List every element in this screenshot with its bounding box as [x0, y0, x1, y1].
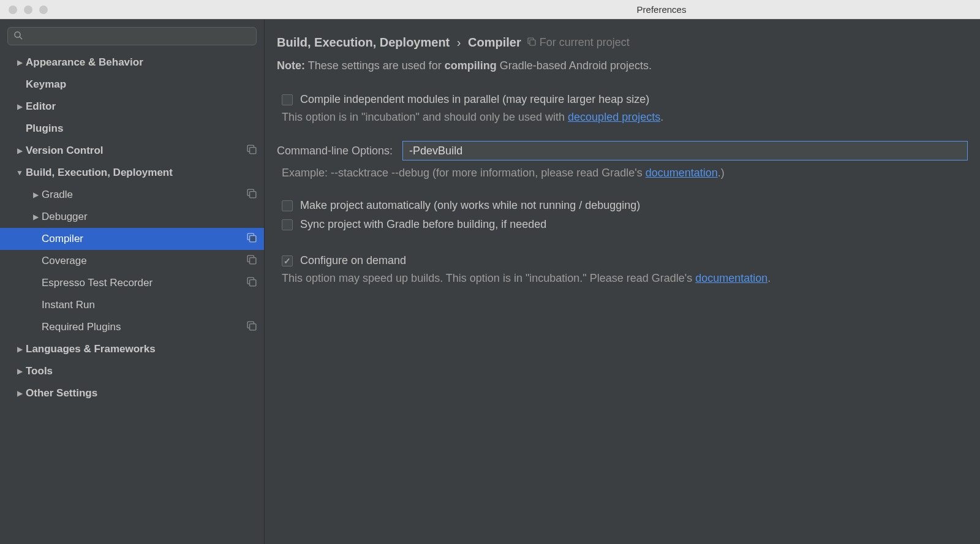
svg-rect-5 [250, 192, 256, 198]
sidebar-item-debugger[interactable]: ▶Debugger [0, 206, 264, 228]
sidebar: ▶Appearance & BehaviorKeymap▶EditorPlugi… [0, 20, 265, 544]
cmdline-example: Example: --stacktrace --debug (for more … [277, 167, 968, 179]
sidebar-item-plugins[interactable]: Plugins [0, 118, 264, 140]
titlebar: Preferences [0, 0, 980, 20]
compile-parallel-checkbox[interactable] [282, 94, 293, 105]
configure-on-demand-checkbox[interactable] [282, 255, 293, 266]
cmdline-options-input[interactable] [402, 141, 968, 161]
svg-rect-3 [250, 148, 256, 154]
sidebar-item-label: Plugins [26, 123, 257, 135]
cmdline-options-label: Command-line Options: [277, 145, 393, 157]
svg-rect-13 [250, 324, 256, 330]
window-close-button[interactable] [9, 6, 17, 14]
sidebar-item-label: Debugger [42, 211, 257, 223]
sidebar-item-required-plugins[interactable]: Required Plugins [0, 316, 264, 338]
gradle-doc-link-2[interactable]: documentation [695, 272, 767, 284]
breadcrumb-separator: › [457, 36, 461, 49]
sidebar-item-gradle[interactable]: ▶Gradle [0, 184, 264, 206]
tree-arrow-icon: ▶ [13, 58, 26, 67]
tree-arrow-icon: ▶ [13, 389, 26, 398]
note-line: Note: These settings are used for compil… [277, 59, 968, 72]
sidebar-item-label: Espresso Test Recorder [42, 277, 247, 289]
sidebar-item-espresso-test-recorder[interactable]: Espresso Test Recorder [0, 272, 264, 294]
sidebar-item-languages-frameworks[interactable]: ▶Languages & Frameworks [0, 338, 264, 360]
sidebar-item-label: Coverage [42, 255, 247, 267]
compile-parallel-label: Compile independent modules in parallel … [300, 93, 649, 106]
window-title: Preferences [172, 4, 980, 15]
project-scope-icon [247, 321, 257, 333]
sidebar-item-label: Gradle [42, 189, 247, 201]
window-minimize-button[interactable] [24, 6, 32, 14]
sidebar-item-label: Tools [26, 365, 257, 377]
configure-on-demand-label: Configure on demand [300, 254, 406, 267]
project-scope-icon [247, 255, 257, 267]
sidebar-item-label: Languages & Frameworks [26, 343, 257, 355]
tree-arrow-icon: ▶ [13, 146, 26, 155]
tree-arrow-icon: ▼ [13, 168, 26, 177]
svg-rect-11 [250, 280, 256, 286]
project-scope-icon [247, 189, 257, 201]
project-scope-icon [527, 36, 536, 49]
sidebar-item-tools[interactable]: ▶Tools [0, 360, 264, 382]
make-auto-checkbox[interactable] [282, 200, 293, 211]
tree-arrow-icon: ▶ [13, 102, 26, 111]
sidebar-item-compiler[interactable]: Compiler [0, 228, 264, 250]
tree-arrow-icon: ▶ [13, 345, 26, 353]
project-scope-icon [247, 233, 257, 245]
breadcrumb-leaf: Compiler [468, 36, 521, 49]
breadcrumb-parent: Build, Execution, Deployment [277, 36, 450, 49]
sidebar-item-coverage[interactable]: Coverage [0, 250, 264, 272]
configure-on-demand-hint: This option may speed up builds. This op… [277, 272, 968, 285]
window-zoom-button[interactable] [39, 6, 48, 14]
sidebar-item-appearance-behavior[interactable]: ▶Appearance & Behavior [0, 51, 264, 74]
sidebar-item-label: Build, Execution, Deployment [26, 167, 257, 179]
breadcrumb: Build, Execution, Deployment › Compiler … [277, 36, 968, 50]
scope-label: For current project [540, 36, 630, 49]
sidebar-item-label: Required Plugins [42, 321, 247, 333]
main-panel: Build, Execution, Deployment › Compiler … [265, 20, 980, 544]
svg-rect-9 [250, 258, 256, 264]
traffic-lights [0, 6, 48, 14]
sidebar-item-other-settings[interactable]: ▶Other Settings [0, 382, 264, 404]
tree-arrow-icon: ▶ [29, 191, 42, 199]
project-scope-icon [247, 145, 257, 157]
project-scope-icon [247, 277, 257, 289]
sidebar-item-label: Compiler [42, 233, 247, 245]
sidebar-item-instant-run[interactable]: Instant Run [0, 294, 264, 316]
sync-before-label: Sync project with Gradle before building… [300, 218, 546, 231]
svg-rect-15 [530, 40, 535, 45]
tree-arrow-icon: ▶ [13, 367, 26, 376]
sidebar-item-label: Appearance & Behavior [26, 56, 257, 69]
sync-before-checkbox[interactable] [282, 219, 293, 230]
sidebar-item-label: Version Control [26, 145, 247, 157]
make-auto-label: Make project automatically (only works w… [300, 199, 640, 212]
sidebar-item-label: Instant Run [42, 299, 257, 311]
decoupled-projects-link[interactable]: decoupled projects [568, 111, 660, 123]
tree-arrow-icon: ▶ [29, 213, 42, 221]
sidebar-item-label: Other Settings [26, 387, 257, 399]
sidebar-item-version-control[interactable]: ▶Version Control [0, 140, 264, 162]
compile-parallel-hint: This option is in "incubation" and shoul… [277, 111, 968, 124]
sidebar-item-editor[interactable]: ▶Editor [0, 96, 264, 118]
sidebar-item-build-execution-deployment[interactable]: ▼Build, Execution, Deployment [0, 162, 264, 184]
sidebar-item-keymap[interactable]: Keymap [0, 74, 264, 96]
sidebar-item-label: Editor [26, 100, 257, 113]
svg-rect-7 [250, 236, 256, 242]
sidebar-item-label: Keymap [26, 78, 257, 91]
gradle-doc-link-1[interactable]: documentation [646, 167, 718, 179]
search-input[interactable] [7, 27, 257, 45]
